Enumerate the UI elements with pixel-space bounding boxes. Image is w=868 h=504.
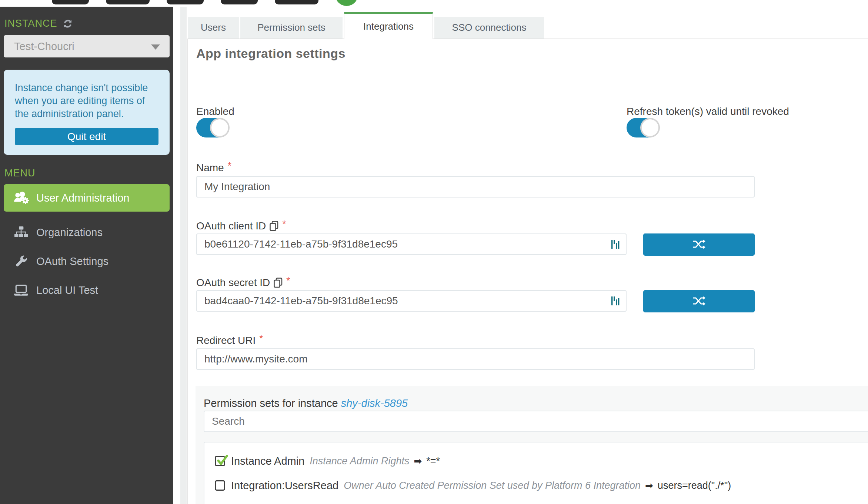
permission-sets-heading: Permission sets for instance shy-disk-58… (204, 397, 408, 410)
oauth-secret-id-label: OAuth secret ID * (196, 277, 290, 289)
tab-label: Permission sets (257, 22, 326, 33)
copy-icon[interactable] (270, 221, 278, 231)
permission-description: Owner Auto Created Permission Set used b… (344, 480, 641, 491)
bars-icon (611, 239, 621, 249)
tab-sso-connections[interactable]: SSO connections (434, 17, 544, 39)
sidebar-item-label: Organizations (36, 226, 103, 239)
sidebar-item-oauth-settings[interactable]: OAuth Settings (4, 253, 170, 269)
oauth-secret-id-input[interactable] (196, 290, 627, 312)
permission-rule: users=read("./*") (658, 480, 731, 491)
arrow-right-icon: ➡ (645, 480, 653, 491)
sidebar-item-label: User Administration (36, 192, 129, 204)
refresh-icon[interactable] (63, 19, 73, 29)
toggle-knob (210, 118, 230, 137)
name-input[interactable] (196, 176, 755, 198)
sidebar-item-local-ui-test[interactable]: Local UI Test (4, 282, 170, 298)
redirect-uri-input[interactable] (196, 348, 755, 370)
checkbox-checked[interactable] (215, 456, 225, 466)
shuffle-icon (693, 296, 705, 307)
instance-header: INSTANCE (4, 18, 170, 29)
users-gear-icon (13, 192, 29, 204)
redirect-uri-label: Redirect URI* (196, 335, 263, 346)
permission-name: Instance Admin (231, 455, 304, 467)
logo-green-disc (335, 0, 358, 6)
instance-label: INSTANCE (4, 18, 57, 29)
sidebar-item-organizations[interactable]: Organizations (4, 224, 170, 241)
oauth-client-id-input[interactable] (196, 233, 627, 255)
permission-row: Instance Admin Instance Admin Rights ➡ *… (215, 454, 867, 468)
quit-edit-button[interactable]: Quit edit (15, 128, 158, 145)
tab-integrations[interactable]: Integrations (344, 12, 433, 39)
logo-letter (106, 0, 150, 4)
shuffle-icon (693, 239, 705, 250)
instance-link[interactable]: shy-disk-5895 (341, 397, 408, 409)
instance-select[interactable]: Test-Choucri (4, 35, 170, 57)
main-content: Users Permission sets Integrations SSO c… (187, 7, 868, 504)
oauth-client-id-label: OAuth client ID * (196, 220, 286, 232)
sidebar-item-label: Local UI Test (36, 284, 98, 296)
sidebar-item-label: OAuth Settings (36, 255, 108, 268)
tab-users[interactable]: Users (188, 17, 239, 39)
scrollbar-track[interactable] (180, 7, 187, 504)
logo-letter (167, 0, 204, 4)
enabled-toggle[interactable] (196, 118, 228, 137)
logo-letter (52, 0, 89, 4)
permission-search-field (204, 411, 868, 432)
bars-icon (611, 296, 621, 306)
tab-label: SSO connections (452, 22, 527, 33)
required-asterisk: * (286, 277, 290, 284)
logo-letter (221, 0, 258, 4)
arrow-right-icon: ➡ (414, 455, 422, 467)
logo-strip (0, 0, 868, 7)
page-title: App integration settings (196, 46, 345, 61)
tabbar-divider (187, 39, 868, 39)
instance-notice: Instance change isn't possible when you … (4, 70, 170, 155)
chevron-down-icon (151, 44, 160, 50)
toggle-knob (640, 118, 660, 137)
tab-label: Users (201, 22, 226, 33)
sidebar-item-user-administration[interactable]: User Administration (4, 184, 170, 212)
regenerate-secret-id-button[interactable] (643, 290, 755, 312)
permission-name: Integration:UsersRead (231, 480, 338, 492)
oauth-client-id-field (196, 233, 627, 255)
logo-letter (275, 0, 318, 4)
enabled-label: Enabled (196, 106, 234, 117)
required-asterisk: * (259, 335, 263, 342)
refresh-token-label: Refresh token(s) valid until revoked (627, 106, 789, 117)
sidebar: INSTANCE Test-Choucri Instance change is… (0, 7, 173, 504)
refresh-token-toggle[interactable] (627, 118, 658, 137)
tab-label: Integrations (363, 21, 414, 32)
permission-description: Instance Admin Rights (310, 455, 409, 467)
copy-icon[interactable] (274, 278, 283, 288)
content-panel-border (187, 39, 188, 504)
permission-row: Integration:UsersRead Owner Auto Created… (215, 478, 867, 493)
permission-sets-panel: Permission sets for instance shy-disk-58… (196, 386, 868, 504)
checkbox-unchecked[interactable] (215, 480, 225, 491)
permission-row-clipped: Integration:UsersWrite (215, 503, 867, 504)
instance-notice-text: Instance change isn't possible when you … (15, 82, 158, 120)
laptop-icon (13, 285, 29, 296)
instance-select-value: Test-Choucri (4, 40, 74, 53)
tab-permission-sets[interactable]: Permission sets (240, 17, 343, 39)
required-asterisk: * (228, 162, 231, 169)
permission-list: Instance Admin Instance Admin Rights ➡ *… (204, 442, 868, 504)
permission-search-input[interactable] (204, 411, 868, 432)
oauth-secret-id-field (196, 290, 627, 312)
name-label: Name* (196, 162, 231, 174)
required-asterisk: * (282, 220, 286, 228)
wrench-icon (13, 255, 29, 268)
permission-rule: *=* (426, 455, 440, 467)
menu-label: MENU (4, 168, 170, 179)
sitemap-icon (13, 226, 29, 238)
sidebar-menu: User Administration Organizations OA (4, 184, 170, 298)
regenerate-client-id-button[interactable] (643, 233, 755, 256)
